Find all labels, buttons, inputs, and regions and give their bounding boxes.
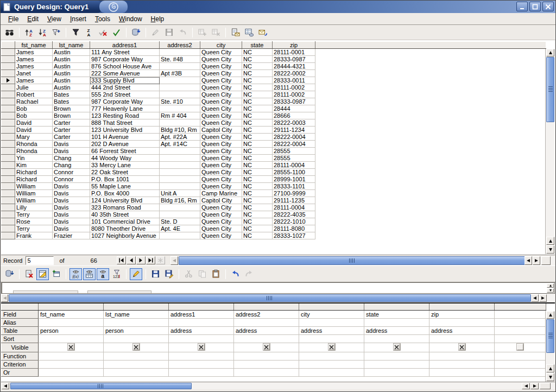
design-cell-sort[interactable]: [39, 335, 104, 343]
row-header[interactable]: [2, 127, 15, 134]
grid-cell[interactable]: Carter: [53, 119, 90, 127]
row-header[interactable]: [2, 70, 15, 77]
design-cell-table[interactable]: person: [39, 327, 104, 335]
grid-cell[interactable]: Frazier: [53, 232, 90, 239]
grid-cell[interactable]: 55 Maple Lane: [90, 183, 160, 190]
grid-cell[interactable]: Frank: [15, 232, 53, 239]
design-scroll-right[interactable]: [530, 383, 539, 389]
grid-cell[interactable]: James: [15, 56, 53, 63]
visible-checkbox[interactable]: [68, 344, 74, 350]
design-view-on-off-button[interactable]: [36, 268, 49, 280]
design-cell-criterion[interactable]: [495, 361, 546, 369]
design-cell-field[interactable]: state: [364, 311, 429, 319]
grid-cell[interactable]: [160, 211, 200, 218]
first-record-button[interactable]: [117, 256, 126, 264]
design-cell-or[interactable]: [234, 369, 299, 377]
grid-cell[interactable]: Rose: [15, 218, 53, 225]
design-cell-criterion[interactable]: [104, 361, 169, 369]
column-header-zip[interactable]: zip: [273, 42, 315, 49]
design-cell-table[interactable]: address: [234, 327, 299, 335]
row-header[interactable]: [2, 134, 15, 141]
visible-checkbox[interactable]: [198, 344, 205, 350]
grid-cell[interactable]: Capitol City: [200, 127, 242, 134]
next-record-button[interactable]: [136, 256, 146, 264]
design-row-label-alias[interactable]: Alias: [2, 319, 39, 327]
grid-cell[interactable]: Bldg #10, Rm: [160, 127, 200, 134]
grid-cell[interactable]: 202 D Avenue: [90, 141, 160, 148]
design-cell-table[interactable]: address: [429, 327, 495, 335]
record-number-input[interactable]: [26, 256, 54, 265]
design-cell-alias[interactable]: [429, 319, 495, 327]
grid-cell[interactable]: 28222-0002: [273, 70, 315, 77]
row-header[interactable]: [2, 49, 15, 56]
menu-window[interactable]: Window: [115, 14, 147, 24]
scroll-up-button-2[interactable]: [546, 237, 554, 245]
visible-checkbox[interactable]: [133, 344, 140, 350]
row-header[interactable]: [2, 119, 15, 127]
grid-cell[interactable]: Connor: [53, 176, 90, 183]
grid-cell[interactable]: NC: [242, 84, 273, 91]
grid-cell[interactable]: Queen City: [200, 169, 242, 176]
design-cell-field[interactable]: address1: [169, 311, 234, 319]
data-to-text-button[interactable]: [229, 27, 242, 39]
row-header[interactable]: [2, 105, 15, 112]
grid-cell[interactable]: Davis: [53, 190, 90, 197]
grid-cell[interactable]: 27100-9999: [273, 190, 315, 197]
grid-cell[interactable]: [160, 119, 200, 127]
design-cell-field[interactable]: address2: [234, 311, 299, 319]
grid-cell[interactable]: William: [15, 190, 53, 197]
grid-cell[interactable]: Queen City: [200, 105, 242, 112]
grid-cell[interactable]: 777 Heavenly Lane: [90, 105, 160, 112]
grid-cell[interactable]: 44 Woody Way: [90, 155, 160, 162]
grid-cell[interactable]: 29111-1235: [273, 197, 315, 204]
find-record-button[interactable]: [3, 27, 16, 39]
grid-cell[interactable]: [160, 155, 200, 162]
splitter-scroll-left-2[interactable]: [531, 294, 539, 302]
design-column-head-4[interactable]: [299, 304, 364, 311]
grid-cell[interactable]: Davis: [53, 183, 90, 190]
grid-cell[interactable]: Davis: [53, 197, 90, 204]
grid-cell[interactable]: NC: [242, 91, 273, 98]
grid-cell[interactable]: Queen City: [200, 77, 242, 84]
grid-cell[interactable]: Rachael: [15, 98, 53, 105]
grid-cell[interactable]: 8080 Theother Drive: [90, 225, 160, 232]
grid-cell[interactable]: David: [15, 127, 53, 134]
menu-tools[interactable]: Tools: [91, 14, 115, 24]
grid-cell[interactable]: NC: [242, 63, 273, 70]
row-header[interactable]: [2, 190, 15, 197]
design-cell-alias[interactable]: [234, 319, 299, 327]
row-header[interactable]: [2, 98, 15, 105]
grid-cell[interactable]: Queen City: [200, 112, 242, 119]
design-cell-table[interactable]: person: [104, 327, 169, 335]
grid-cell[interactable]: Julie: [15, 84, 53, 91]
design-cell-field[interactable]: fst_name: [39, 311, 104, 319]
grid-cell[interactable]: David: [15, 119, 53, 127]
close-button[interactable]: [542, 2, 554, 11]
visible-checkbox[interactable]: [263, 344, 270, 350]
grid-cell[interactable]: NC: [242, 56, 273, 63]
design-cell-function[interactable]: [495, 352, 546, 361]
remove-filter-button[interactable]: [97, 27, 109, 39]
grid-cell[interactable]: Queen City: [200, 218, 242, 225]
grid-cell[interactable]: Davis: [53, 148, 90, 155]
grid-cell[interactable]: P.O. Box 4000: [90, 190, 160, 197]
grid-cell[interactable]: Queen City: [200, 134, 242, 141]
grid-cell[interactable]: [160, 84, 200, 91]
grid-cell[interactable]: James: [15, 63, 53, 70]
grid-cell[interactable]: Ste. D: [160, 218, 200, 225]
design-cell-alias[interactable]: [364, 319, 429, 327]
data-grid-vscrollbar[interactable]: [545, 49, 554, 254]
design-cell-alias[interactable]: [495, 319, 546, 327]
grid-cell[interactable]: Rhonda: [15, 148, 53, 155]
grid-cell[interactable]: NC: [242, 49, 273, 56]
grid-cell[interactable]: Brown: [53, 105, 90, 112]
grid-cell[interactable]: Austin: [53, 84, 90, 91]
grid-cell[interactable]: Mary: [15, 134, 53, 141]
design-scroll-up[interactable]: [546, 311, 554, 319]
grid-cell[interactable]: Apt. 4E: [160, 225, 200, 232]
design-cell-criterion[interactable]: [299, 361, 364, 369]
grid-cell[interactable]: Ste. #48: [160, 56, 200, 63]
design-scroll-left[interactable]: [2, 383, 9, 389]
grid-cell[interactable]: [160, 183, 200, 190]
design-cell-or[interactable]: [364, 369, 429, 377]
